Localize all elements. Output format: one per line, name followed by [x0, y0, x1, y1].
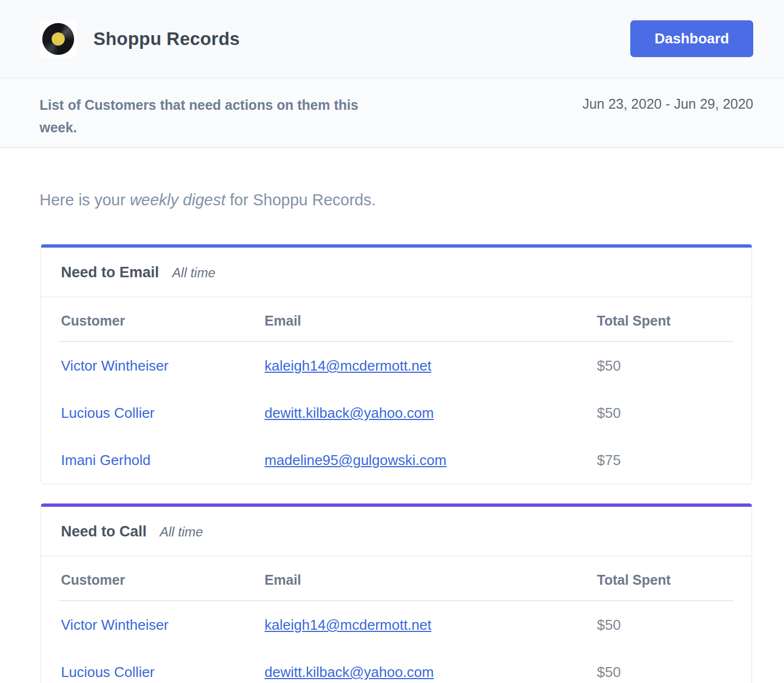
intro-suffix: for Shoppu Records.: [225, 191, 376, 209]
digest-description: List of Customers that need actions on t…: [40, 94, 391, 139]
customer-email-link[interactable]: dewitt.kilback@yahoo.com: [265, 405, 434, 421]
customer-name-link[interactable]: Victor Wintheiser: [61, 357, 169, 374]
customer-name-link[interactable]: Victor Wintheiser: [61, 617, 169, 633]
total-spent-value: $50: [595, 389, 733, 436]
intro-emphasis: weekly digest: [130, 191, 225, 209]
customer-email-link[interactable]: dewitt.kilback@yahoo.com: [265, 664, 434, 680]
table-container: CustomerEmailTotal Spent Victor Wintheis…: [41, 298, 752, 484]
need-to-call-card: Need to Call All time CustomerEmailTotal…: [41, 503, 752, 683]
card-period: All time: [160, 524, 203, 540]
customers-table: CustomerEmailTotal Spent Victor Wintheis…: [59, 298, 733, 484]
customer-email-link[interactable]: madeline95@gulgowski.com: [265, 452, 446, 468]
card-period: All time: [172, 265, 216, 281]
customer-email-link[interactable]: kaleigh14@mcdermott.net: [265, 617, 432, 633]
intro-text: Here is your weekly digest for Shoppu Re…: [40, 191, 752, 209]
app-title: Shoppu Records: [93, 29, 240, 49]
column-header: Total Spent: [595, 298, 733, 342]
table-row: Lucious Collierdewitt.kilback@yahoo.com$…: [59, 389, 733, 436]
card-header: Need to Email All time: [41, 248, 752, 298]
table-row: Lucious Collierdewitt.kilback@yahoo.com$…: [59, 648, 733, 683]
customer-email-link[interactable]: kaleigh14@mcdermott.net: [265, 357, 432, 374]
table-header-row: CustomerEmailTotal Spent: [59, 298, 733, 342]
column-header: Email: [263, 557, 595, 601]
date-range: Jun 23, 2020 - Jun 29, 2020: [583, 94, 753, 112]
card-title: Need to Email: [61, 264, 159, 281]
intro-prefix: Here is your: [40, 191, 130, 209]
customer-name-link[interactable]: Imani Gerhold: [61, 452, 150, 468]
record-disc-icon: [42, 23, 74, 55]
total-spent-value: $50: [595, 601, 733, 648]
customer-name-link[interactable]: Lucious Collier: [61, 664, 155, 680]
need-to-email-card: Need to Email All time CustomerEmailTota…: [41, 244, 752, 484]
total-spent-value: $50: [595, 342, 733, 389]
total-spent-value: $50: [595, 648, 733, 683]
table-row: Imani Gerholdmadeline95@gulgowski.com$75: [59, 436, 733, 484]
header: Shoppu Records Dashboard: [0, 0, 784, 79]
column-header: Customer: [59, 298, 263, 342]
total-spent-value: $75: [595, 436, 733, 484]
column-header: Total Spent: [595, 557, 733, 601]
card-header: Need to Call All time: [41, 507, 752, 557]
subheader: List of Customers that need actions on t…: [0, 79, 784, 148]
table-container: CustomerEmailTotal Spent Victor Wintheis…: [41, 557, 752, 683]
customers-table: CustomerEmailTotal Spent Victor Wintheis…: [59, 557, 733, 683]
card-title: Need to Call: [61, 523, 147, 540]
vinyl-record-icon: [40, 20, 77, 58]
email-digest-page: Shoppu Records Dashboard List of Custome…: [0, 0, 784, 683]
column-header: Email: [263, 298, 595, 342]
brand[interactable]: Shoppu Records: [40, 20, 240, 58]
table-header-row: CustomerEmailTotal Spent: [59, 557, 733, 601]
table-row: Victor Wintheiserkaleigh14@mcdermott.net…: [59, 342, 733, 389]
table-row: Victor Wintheiserkaleigh14@mcdermott.net…: [59, 601, 733, 648]
column-header: Customer: [59, 557, 263, 601]
main-content: Here is your weekly digest for Shoppu Re…: [0, 148, 784, 683]
dashboard-button[interactable]: Dashboard: [630, 20, 753, 57]
customer-name-link[interactable]: Lucious Collier: [61, 405, 155, 421]
